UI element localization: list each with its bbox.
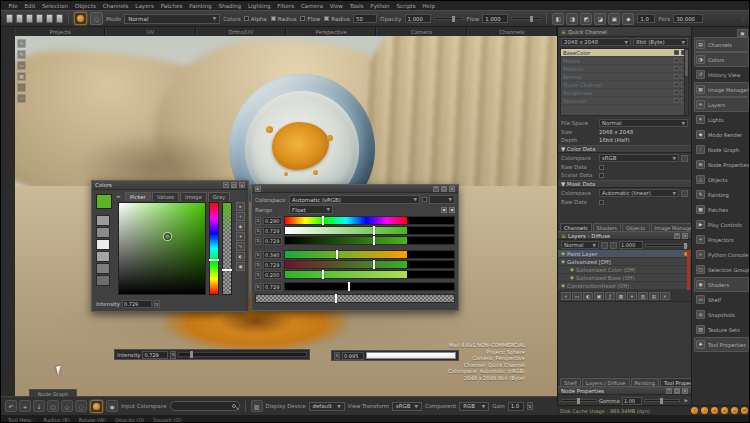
menu-item[interactable]: Objects: [71, 3, 99, 9]
active-brush-button[interactable]: [90, 400, 103, 413]
help-icon[interactable]: ?: [691, 407, 698, 414]
duplicate-icon[interactable]: ▥: [638, 292, 648, 300]
lighting-icon[interactable]: ◆: [622, 13, 634, 25]
menu-item[interactable]: Layers: [132, 3, 157, 9]
blend-mode-select[interactable]: Normal▼: [561, 241, 599, 249]
intensity-slider[interactable]: [178, 352, 307, 357]
ConstructionHead (Off)[interactable]: ◉ ConstructionHead (Off): [558, 282, 691, 290]
channel-slider[interactable]: [284, 250, 455, 259]
raw-data-checkbox[interactable]: [599, 165, 604, 170]
viewport-tab[interactable]: Ortho/UV: [196, 27, 286, 36]
eraser-button[interactable]: ◌: [90, 12, 103, 25]
sidebar-item-layers[interactable]: ≡ Layers: [694, 97, 749, 112]
sidebar-item-tool-properties[interactable]: ✚ Tool Properties: [694, 337, 749, 352]
flat-shading-icon[interactable]: ◧: [552, 13, 564, 25]
slider-handle[interactable]: [373, 260, 375, 269]
stepper-icon[interactable]: ⇅: [255, 261, 261, 269]
mail-icon[interactable]: ✉: [741, 407, 748, 414]
menu-item[interactable]: View: [326, 3, 346, 9]
alpha-field[interactable]: 0.995: [342, 352, 364, 360]
add-adjustment-icon[interactable]: ◐: [583, 292, 593, 300]
cache-toggle-icon[interactable]: [674, 98, 679, 103]
maximize-icon[interactable]: □: [441, 186, 447, 192]
sidebar-item-painting[interactable]: ✎ Painting: [694, 187, 749, 202]
pencil-icon[interactable]: ✎: [236, 242, 245, 251]
radius-field[interactable]: 50: [353, 14, 377, 23]
secondary-colorspace-select[interactable]: ▼: [429, 195, 455, 204]
BaseColor[interactable]: BaseColor: [561, 49, 688, 57]
Specular[interactable]: Specular: [561, 97, 688, 105]
current-color-swatch[interactable]: [96, 194, 112, 209]
menu-item[interactable]: Python: [367, 3, 393, 9]
component-select[interactable]: RGB▼: [459, 402, 489, 411]
visibility-eye-icon[interactable]: ◉: [570, 267, 574, 272]
range-option-icon[interactable]: ▪: [441, 207, 447, 213]
mask-raw-data-checkbox[interactable]: [599, 200, 604, 205]
play-icon[interactable]: ▸: [721, 407, 728, 414]
menu-item[interactable]: File: [5, 3, 21, 9]
menu-item[interactable]: Camera: [298, 3, 327, 9]
paint-only-icon[interactable]: ◪: [594, 13, 606, 25]
float-panel-icon[interactable]: ^: [674, 233, 680, 239]
save-project-icon[interactable]: [26, 14, 33, 23]
view-transform-select[interactable]: sRGB▼: [392, 402, 422, 411]
mask-data-section[interactable]: ▼ Mask Data: [558, 180, 691, 188]
palette-tab[interactable]: Channels: [560, 223, 592, 231]
mask-colorspace-select[interactable]: Automatic (linear)▼: [599, 189, 679, 197]
paint-mode-select[interactable]: Normal▼: [124, 14, 220, 24]
channel-depth-select[interactable]: 8bit (Byte)▼: [633, 38, 688, 46]
visibility-eye-icon[interactable]: ◉: [561, 251, 565, 256]
Galvanized [Off][interactable]: ◉ Galvanized [Off]: [558, 258, 691, 266]
palette-swatch[interactable]: [96, 227, 110, 238]
archive-icon[interactable]: [56, 14, 63, 23]
channel-slider[interactable]: [284, 236, 455, 245]
sidebar-item-play-controls[interactable]: ▶ Play Controls: [694, 217, 749, 232]
smear-tool-icon[interactable]: ~: [17, 94, 26, 103]
blur-brush-button[interactable]: ◉: [106, 400, 118, 412]
sidebar-item-node-graph[interactable]: ∴ Node Graph: [694, 142, 749, 157]
menu-item[interactable]: Selection: [39, 3, 72, 9]
layer-opacity-slider[interactable]: [645, 244, 688, 247]
cache-toggle-icon[interactable]: [674, 50, 679, 55]
float-panel-icon[interactable]: ^: [433, 186, 439, 192]
open-project-icon[interactable]: [16, 14, 23, 23]
add-swatch-icon[interactable]: +: [236, 212, 245, 221]
range-option-icon[interactable]: ▪: [449, 207, 455, 213]
scalar-data-checkbox[interactable]: [599, 173, 604, 178]
flatten-icon[interactable]: ▤: [649, 292, 659, 300]
gain-field[interactable]: 1.0: [508, 402, 524, 411]
new-project-icon[interactable]: [6, 14, 13, 23]
hue-slider[interactable]: [209, 202, 219, 295]
full-shading-icon[interactable]: ◩: [580, 13, 592, 25]
color-data-section[interactable]: ▼ Color Data: [558, 145, 691, 153]
menu-item[interactable]: Lighting: [245, 3, 274, 9]
channel-slider[interactable]: [284, 226, 455, 235]
slider-handle[interactable]: [373, 226, 375, 235]
menu-item[interactable]: Edit: [21, 3, 39, 9]
fov-field[interactable]: 30.000: [673, 14, 703, 23]
sidebar-item-modo-render[interactable]: ◆ Modo Render: [694, 127, 749, 142]
menu-item[interactable]: Tools: [346, 3, 367, 9]
channel-slider[interactable]: [284, 260, 455, 269]
undo-icon[interactable]: ↶: [5, 400, 17, 412]
merge-icon[interactable]: ▾: [627, 292, 637, 300]
tab-scroll-arrows[interactable]: ◂▸: [116, 194, 121, 199]
saturation-value-picker[interactable]: [118, 202, 206, 295]
palette-swatch[interactable]: [96, 251, 110, 262]
alpha-slider[interactable]: [284, 282, 455, 291]
toolbar-toggle[interactable]: Radius: [271, 16, 297, 22]
sidebar-item-objects[interactable]: △ Objects: [694, 172, 749, 187]
alpha-gradient-bar[interactable]: [255, 294, 455, 303]
stepper-icon[interactable]: ⇅: [154, 300, 160, 308]
channel-value-field[interactable]: 0.729: [263, 227, 282, 235]
layers-menu-icon[interactable]: ≡: [561, 232, 566, 239]
slider-handle[interactable]: [335, 294, 337, 303]
stepper-icon[interactable]: ⇅: [255, 217, 261, 225]
channel-menu-icon[interactable]: ≡: [561, 28, 566, 35]
colors-dialog-tab[interactable]: Gray: [208, 192, 231, 201]
sidebar-item-projectors[interactable]: ⌖ Projectors: [694, 232, 749, 247]
palette-swatch[interactable]: [96, 215, 110, 226]
lod-field[interactable]: 1.0: [637, 14, 655, 23]
stepper-icon[interactable]: ⇅: [334, 352, 340, 360]
clone-tool-icon[interactable]: ▦: [17, 72, 26, 81]
